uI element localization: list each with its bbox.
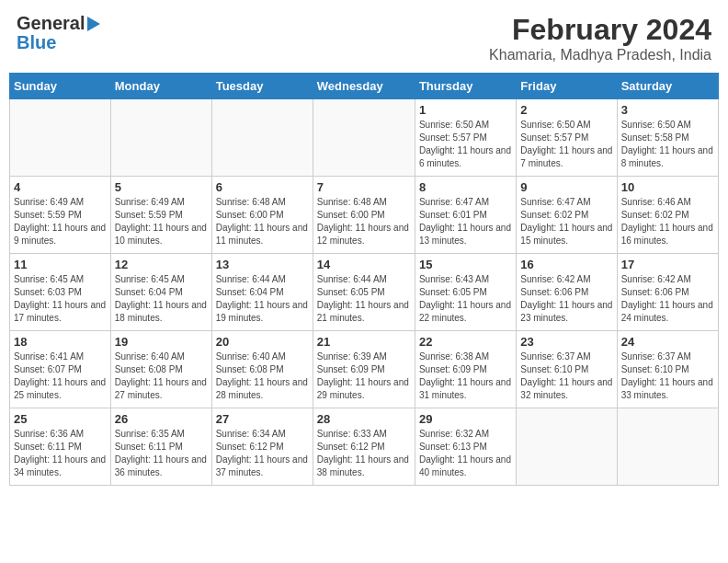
calendar-cell: 14Sunrise: 6:44 AMSunset: 6:05 PMDayligh…: [313, 254, 415, 331]
header-day-sunday: Sunday: [10, 74, 111, 99]
calendar-cell: 15Sunrise: 6:43 AMSunset: 6:05 PMDayligh…: [415, 254, 516, 331]
header-day-thursday: Thursday: [415, 74, 516, 99]
day-number: 22: [419, 335, 512, 349]
day-info: Sunrise: 6:50 AMSunset: 5:57 PMDaylight:…: [419, 119, 512, 170]
cell-content: 25Sunrise: 6:36 AMSunset: 6:11 PMDayligh…: [14, 412, 107, 481]
day-number: 9: [520, 180, 612, 194]
day-info: Sunrise: 6:39 AMSunset: 6:09 PMDaylight:…: [317, 350, 411, 402]
cell-content: 11Sunrise: 6:45 AMSunset: 6:03 PMDayligh…: [14, 258, 107, 327]
calendar-cell: 13Sunrise: 6:44 AMSunset: 6:04 PMDayligh…: [211, 254, 313, 331]
calendar-cell: 5Sunrise: 6:49 AMSunset: 5:59 PMDaylight…: [110, 177, 211, 254]
calendar-cell: 21Sunrise: 6:39 AMSunset: 6:09 PMDayligh…: [313, 331, 415, 408]
calendar-cell: 17Sunrise: 6:42 AMSunset: 6:06 PMDayligh…: [617, 254, 718, 331]
day-number: 6: [216, 180, 309, 194]
calendar-cell: 18Sunrise: 6:41 AMSunset: 6:07 PMDayligh…: [10, 331, 111, 408]
calendar-cell: 7Sunrise: 6:48 AMSunset: 6:00 PMDaylight…: [313, 177, 415, 254]
day-info: Sunrise: 6:49 AMSunset: 5:59 PMDaylight:…: [14, 196, 107, 247]
day-number: 18: [14, 335, 107, 349]
calendar-cell: 1Sunrise: 6:50 AMSunset: 5:57 PMDaylight…: [415, 99, 516, 177]
week-row-0: 1Sunrise: 6:50 AMSunset: 5:57 PMDaylight…: [10, 99, 719, 177]
calendar-header-row: SundayMondayTuesdayWednesdayThursdayFrid…: [10, 74, 719, 99]
calendar-cell: 24Sunrise: 6:37 AMSunset: 6:10 PMDayligh…: [617, 331, 718, 408]
cell-content: 24Sunrise: 6:37 AMSunset: 6:10 PMDayligh…: [621, 335, 714, 404]
cell-content: 19Sunrise: 6:40 AMSunset: 6:08 PMDayligh…: [115, 335, 208, 404]
header-day-wednesday: Wednesday: [313, 74, 415, 99]
day-info: Sunrise: 6:36 AMSunset: 6:11 PMDaylight:…: [14, 428, 107, 479]
day-number: 23: [520, 335, 612, 349]
day-info: Sunrise: 6:42 AMSunset: 6:06 PMDaylight:…: [621, 273, 714, 325]
calendar-cell: 9Sunrise: 6:47 AMSunset: 6:02 PMDaylight…: [517, 177, 617, 254]
day-number: 21: [317, 335, 411, 349]
cell-content: 29Sunrise: 6:32 AMSunset: 6:13 PMDayligh…: [419, 412, 512, 481]
day-number: 25: [14, 412, 107, 426]
day-info: Sunrise: 6:44 AMSunset: 6:05 PMDaylight:…: [317, 273, 411, 325]
logo-blue: Blue: [17, 32, 100, 53]
cell-content: 28Sunrise: 6:33 AMSunset: 6:12 PMDayligh…: [317, 412, 411, 481]
cell-content: 12Sunrise: 6:45 AMSunset: 6:04 PMDayligh…: [115, 258, 208, 327]
day-number: 12: [115, 258, 208, 271]
header-day-saturday: Saturday: [617, 74, 718, 99]
day-number: 8: [419, 180, 512, 194]
calendar-cell: 8Sunrise: 6:47 AMSunset: 6:01 PMDaylight…: [415, 177, 516, 254]
day-number: 28: [317, 412, 411, 426]
calendar-cell: [10, 99, 111, 177]
cell-content: 8Sunrise: 6:47 AMSunset: 6:01 PMDaylight…: [419, 180, 512, 249]
cell-content: 1Sunrise: 6:50 AMSunset: 5:57 PMDaylight…: [419, 103, 512, 172]
cell-content: 23Sunrise: 6:37 AMSunset: 6:10 PMDayligh…: [520, 335, 612, 404]
day-number: 7: [317, 180, 411, 194]
day-info: Sunrise: 6:46 AMSunset: 6:02 PMDaylight:…: [621, 196, 714, 247]
cell-content: 9Sunrise: 6:47 AMSunset: 6:02 PMDaylight…: [520, 180, 612, 249]
day-info: Sunrise: 6:38 AMSunset: 6:09 PMDaylight:…: [419, 350, 512, 402]
calendar-cell: 22Sunrise: 6:38 AMSunset: 6:09 PMDayligh…: [415, 331, 516, 408]
calendar-cell: 23Sunrise: 6:37 AMSunset: 6:10 PMDayligh…: [517, 331, 617, 408]
day-number: 1: [419, 103, 512, 117]
day-info: Sunrise: 6:48 AMSunset: 6:00 PMDaylight:…: [317, 196, 411, 247]
header-day-tuesday: Tuesday: [211, 74, 313, 99]
week-row-1: 4Sunrise: 6:49 AMSunset: 5:59 PMDaylight…: [10, 177, 719, 254]
calendar-cell: 4Sunrise: 6:49 AMSunset: 5:59 PMDaylight…: [10, 177, 111, 254]
day-info: Sunrise: 6:45 AMSunset: 6:04 PMDaylight:…: [115, 273, 208, 325]
day-number: 15: [419, 258, 512, 271]
day-info: Sunrise: 6:40 AMSunset: 6:08 PMDaylight:…: [115, 350, 208, 402]
cell-content: 27Sunrise: 6:34 AMSunset: 6:12 PMDayligh…: [216, 412, 309, 481]
day-info: Sunrise: 6:42 AMSunset: 6:06 PMDaylight:…: [520, 273, 612, 325]
logo-arrow-icon: [87, 17, 100, 31]
day-info: Sunrise: 6:45 AMSunset: 6:03 PMDaylight:…: [14, 273, 107, 325]
day-number: 14: [317, 258, 411, 271]
header-day-friday: Friday: [517, 74, 617, 99]
day-number: 16: [520, 258, 612, 271]
cell-content: 13Sunrise: 6:44 AMSunset: 6:04 PMDayligh…: [216, 258, 309, 327]
day-number: 27: [216, 412, 309, 426]
week-row-3: 18Sunrise: 6:41 AMSunset: 6:07 PMDayligh…: [10, 331, 719, 408]
day-number: 20: [216, 335, 309, 349]
day-info: Sunrise: 6:35 AMSunset: 6:11 PMDaylight:…: [115, 428, 208, 479]
day-info: Sunrise: 6:37 AMSunset: 6:10 PMDaylight:…: [621, 350, 714, 402]
calendar-cell: 29Sunrise: 6:32 AMSunset: 6:13 PMDayligh…: [415, 408, 516, 486]
day-number: 10: [621, 180, 714, 194]
calendar-cell: 11Sunrise: 6:45 AMSunset: 6:03 PMDayligh…: [10, 254, 111, 331]
header: General Blue February 2024 Khamaria, Mad…: [9, 9, 719, 67]
day-number: 26: [115, 412, 208, 426]
cell-content: 17Sunrise: 6:42 AMSunset: 6:06 PMDayligh…: [621, 258, 714, 327]
cell-content: 2Sunrise: 6:50 AMSunset: 5:57 PMDaylight…: [520, 103, 612, 172]
day-number: 4: [14, 180, 107, 194]
month-year: February 2024: [489, 13, 711, 47]
day-info: Sunrise: 6:34 AMSunset: 6:12 PMDaylight:…: [216, 428, 309, 479]
calendar-cell: [211, 99, 313, 177]
logo-general: General: [17, 13, 85, 34]
day-info: Sunrise: 6:50 AMSunset: 5:57 PMDaylight:…: [520, 119, 612, 170]
cell-content: 18Sunrise: 6:41 AMSunset: 6:07 PMDayligh…: [14, 335, 107, 404]
day-info: Sunrise: 6:43 AMSunset: 6:05 PMDaylight:…: [419, 273, 512, 325]
day-info: Sunrise: 6:33 AMSunset: 6:12 PMDaylight:…: [317, 428, 411, 479]
cell-content: 3Sunrise: 6:50 AMSunset: 5:58 PMDaylight…: [621, 103, 714, 172]
calendar-cell: 10Sunrise: 6:46 AMSunset: 6:02 PMDayligh…: [617, 177, 718, 254]
calendar-cell: 25Sunrise: 6:36 AMSunset: 6:11 PMDayligh…: [10, 408, 111, 486]
calendar-cell: 2Sunrise: 6:50 AMSunset: 5:57 PMDaylight…: [517, 99, 617, 177]
calendar-cell: 3Sunrise: 6:50 AMSunset: 5:58 PMDaylight…: [617, 99, 718, 177]
calendar-cell: [617, 408, 718, 486]
day-number: 17: [621, 258, 714, 271]
day-info: Sunrise: 6:47 AMSunset: 6:02 PMDaylight:…: [520, 196, 612, 247]
calendar-cell: 12Sunrise: 6:45 AMSunset: 6:04 PMDayligh…: [110, 254, 211, 331]
calendar-cell: [517, 408, 617, 486]
week-row-2: 11Sunrise: 6:45 AMSunset: 6:03 PMDayligh…: [10, 254, 719, 331]
